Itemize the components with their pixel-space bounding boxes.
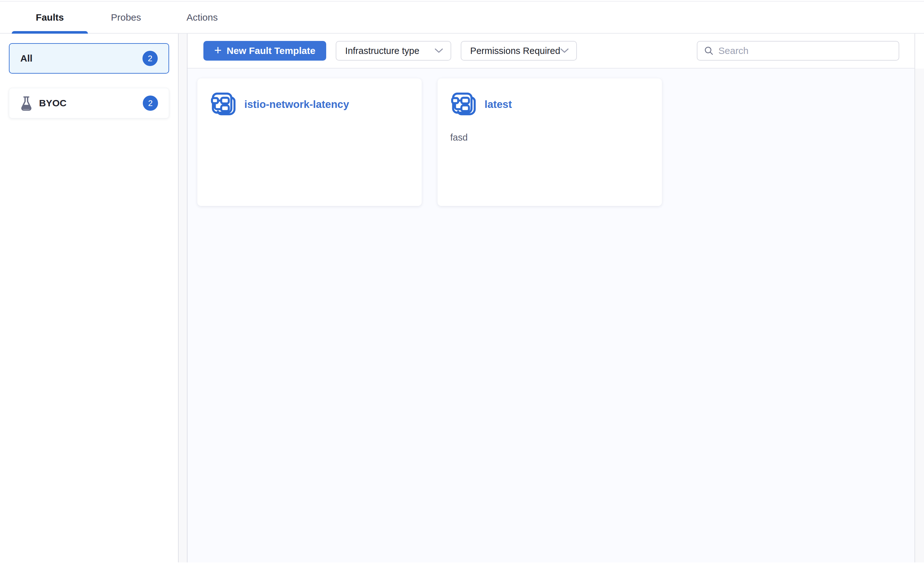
count-badge: 2: [143, 96, 158, 111]
category-sidebar: All 2 BYOC 2: [0, 34, 178, 562]
template-description: fasd: [450, 132, 649, 143]
tab-label: Faults: [36, 12, 64, 23]
fault-template-card[interactable]: latest fasd: [438, 78, 662, 206]
card-header: istio-network-latency: [210, 91, 409, 118]
dropdown-label: Permissions Required: [470, 46, 560, 56]
template-grid: istio-network-latency la: [188, 69, 915, 562]
permissions-required-dropdown[interactable]: Permissions Required: [461, 41, 577, 61]
plus-icon: +: [214, 44, 222, 57]
search-input[interactable]: [718, 45, 892, 56]
card-header: latest: [450, 91, 649, 118]
new-fault-template-button[interactable]: + New Fault Template: [203, 41, 326, 61]
sidebar-item-byoc[interactable]: BYOC 2: [9, 88, 169, 119]
search-icon: [704, 46, 714, 56]
sidebar-item-label: BYOC: [39, 98, 67, 108]
flask-icon: [20, 96, 33, 111]
chevron-down-icon: [435, 48, 443, 53]
top-tab-bar: Faults Probes Actions: [0, 1, 924, 34]
dropdown-label: Infrastructure type: [345, 46, 420, 56]
search-box: [697, 41, 899, 61]
active-tab-indicator: [12, 31, 88, 34]
scrollbar-gutter-top: [915, 34, 924, 69]
tab-label: Probes: [111, 12, 141, 23]
sidebar-item-all[interactable]: All 2: [9, 43, 169, 74]
tab-actions[interactable]: Actions: [164, 2, 240, 33]
fault-template-card[interactable]: istio-network-latency: [197, 78, 422, 206]
template-title[interactable]: istio-network-latency: [244, 98, 349, 110]
scrollbar-gutter: [915, 34, 924, 562]
chevron-down-icon: [560, 48, 568, 53]
template-title[interactable]: latest: [484, 98, 512, 110]
toolbar: + New Fault Template Infrastructure type…: [188, 34, 915, 69]
fault-template-icon: [450, 91, 477, 118]
count-badge: 2: [142, 51, 158, 66]
infrastructure-type-dropdown[interactable]: Infrastructure type: [336, 41, 451, 61]
panel-resizer[interactable]: [178, 34, 188, 562]
tab-probes[interactable]: Probes: [88, 2, 164, 33]
sidebar-item-label: All: [20, 53, 32, 64]
tab-label: Actions: [187, 12, 218, 23]
app-shell: All 2 BYOC 2 + New Fault Template: [0, 34, 924, 562]
fault-template-icon: [210, 91, 237, 118]
main-panel: + New Fault Template Infrastructure type…: [188, 34, 915, 562]
tab-faults[interactable]: Faults: [12, 2, 88, 33]
new-fault-template-label: New Fault Template: [226, 45, 315, 56]
